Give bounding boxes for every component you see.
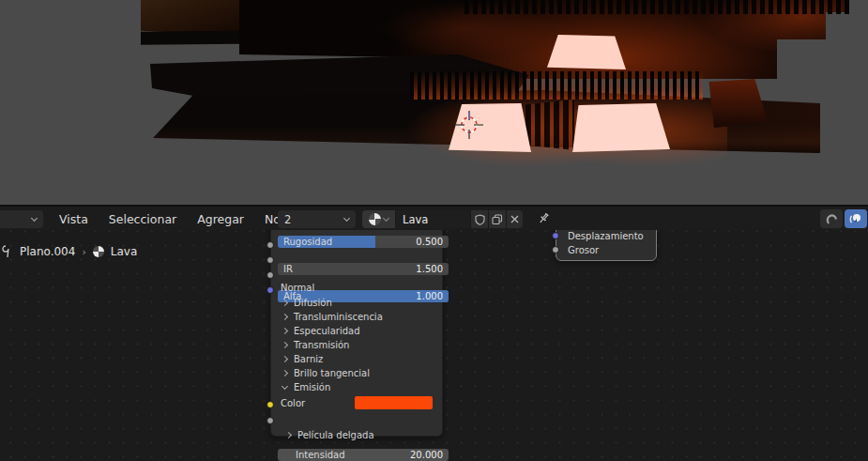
- input-color: Color: [278, 396, 435, 409]
- chevron-right-icon: [282, 328, 288, 334]
- breadcrumb-object: Plano.004: [20, 245, 75, 258]
- shader-editor: Vista Seleccionar Agregar Nodo 2 Lava: [0, 205, 868, 461]
- socket-normal[interactable]: [266, 286, 274, 294]
- section-transmision[interactable]: Transmisión: [278, 339, 435, 351]
- chevron-right-icon: [282, 314, 288, 320]
- chevron-right-icon: [282, 342, 288, 348]
- x-icon: [510, 215, 519, 223]
- material-name-field[interactable]: Lava: [396, 210, 471, 228]
- slider-intensidad[interactable]: Intensidad 20.000: [278, 449, 449, 461]
- slider-label: Alfa: [283, 291, 301, 301]
- section-label: Brillo tangencial: [294, 368, 370, 378]
- input-label: Color: [281, 398, 305, 408]
- slider-label: Intensidad: [283, 450, 345, 460]
- section-pelicula-delgada[interactable]: Película delgada: [278, 429, 435, 441]
- material-selector: Lava: [362, 210, 523, 228]
- render-preview-icon: [849, 212, 862, 225]
- render-railing-top: [464, 0, 849, 14]
- preview-toggle[interactable]: [845, 209, 867, 228]
- section-label: Emisión: [294, 382, 330, 392]
- editor-header: Vista Seleccionar Agregar Nodo 2 Lava: [0, 205, 868, 230]
- wrench-icon: [2, 245, 13, 258]
- input-grosor: Grosor: [568, 244, 599, 256]
- chevron-right-icon: [285, 432, 292, 438]
- render-emissive-plane-upper: [547, 35, 626, 69]
- section-especularidad[interactable]: Especularidad: [278, 325, 435, 337]
- chevron-right-icon: [282, 356, 288, 362]
- copy-icon: [492, 214, 503, 225]
- socket-ir[interactable]: [266, 256, 274, 264]
- input-desplazamiento: Desplazamiento: [568, 230, 644, 242]
- section-label: Barniz: [294, 354, 323, 364]
- render-emissive-plane-right: [571, 103, 670, 152]
- editor-type-dropdown[interactable]: [0, 210, 43, 228]
- slider-value: 0.500: [416, 237, 443, 247]
- menu-vista[interactable]: Vista: [49, 212, 99, 226]
- section-label: Especularidad: [294, 326, 359, 336]
- section-label: Transmisión: [294, 340, 349, 350]
- input-label: Desplazamiento: [568, 231, 644, 241]
- socket-rugosidad[interactable]: [266, 241, 274, 249]
- 3d-viewport[interactable]: [0, 0, 868, 205]
- socket-color[interactable]: [266, 401, 274, 408]
- breadcrumb: Plano.004 › Lava: [2, 243, 137, 260]
- render-columns: [525, 100, 574, 150]
- menu-bar: Vista Seleccionar Agregar Nodo: [49, 207, 306, 232]
- snapping-toggle[interactable]: [820, 209, 843, 228]
- section-emision[interactable]: Emisión: [278, 381, 435, 393]
- section-label: Película delgada: [297, 430, 374, 440]
- material-sphere-icon: [369, 213, 381, 225]
- slider-ir[interactable]: IR 1.500: [278, 263, 449, 275]
- slot-value: 2: [284, 213, 291, 226]
- breadcrumb-material: Lava: [111, 245, 138, 258]
- chevron-right-icon: ›: [82, 246, 85, 258]
- unlink-material-button[interactable]: [507, 210, 523, 228]
- slider-value: 1.000: [416, 291, 443, 301]
- material-sphere-icon: [93, 246, 104, 257]
- input-label: Grosor: [568, 245, 599, 255]
- snap-magnet-icon: [826, 213, 838, 225]
- chevron-down-icon: [383, 214, 389, 221]
- duplicate-material-button[interactable]: [489, 210, 507, 228]
- socket-grosor[interactable]: [552, 246, 559, 254]
- menu-agregar[interactable]: Agregar: [187, 212, 254, 226]
- render-lit-pillar: [704, 79, 768, 128]
- section-barniz[interactable]: Barniz: [278, 353, 435, 365]
- socket-alfa[interactable]: [266, 271, 274, 279]
- menu-seleccionar[interactable]: Seleccionar: [99, 212, 187, 226]
- slider-label: IR: [283, 264, 293, 274]
- node-principled-bsdf[interactable]: Rugosidad 0.500 IR 1.500 Alfa 1.000 Norm…: [270, 216, 443, 437]
- socket-desplazamiento[interactable]: [552, 232, 559, 239]
- chevron-down-icon: [282, 382, 288, 389]
- section-transluminiscencia[interactable]: Transluminiscencia: [278, 311, 435, 323]
- chevron-down-icon: [31, 214, 38, 221]
- fake-user-button[interactable]: [471, 210, 489, 228]
- slider-value: 1.500: [416, 264, 443, 274]
- section-brillo-tangencial[interactable]: Brillo tangencial: [278, 367, 435, 379]
- pin-icon[interactable]: [537, 211, 551, 226]
- color-swatch[interactable]: [355, 396, 433, 409]
- browse-material-button[interactable]: [362, 210, 396, 228]
- chevron-down-icon: [343, 214, 350, 221]
- slider-label: Rugosidad: [283, 237, 332, 247]
- 3d-cursor-icon: [455, 111, 483, 139]
- shield-icon: [475, 214, 485, 225]
- slider-rugosidad[interactable]: Rugosidad 0.500: [278, 236, 449, 248]
- socket-intensidad[interactable]: [266, 417, 274, 424]
- slider-value: 20.000: [410, 450, 443, 460]
- section-label: Transluminiscencia: [294, 312, 383, 322]
- chevron-right-icon: [282, 370, 288, 376]
- slot-dropdown[interactable]: 2: [278, 210, 356, 228]
